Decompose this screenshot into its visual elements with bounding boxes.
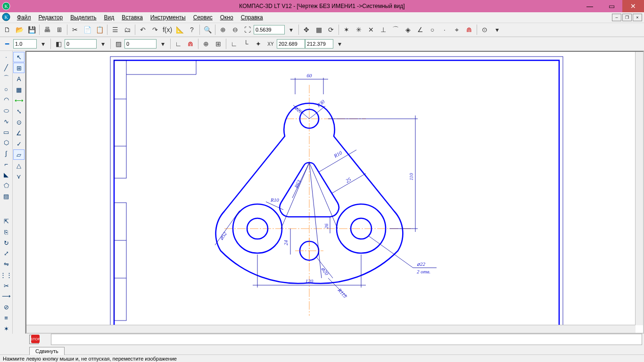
paste-button[interactable]: 📋	[93, 24, 106, 36]
snap-grid-button[interactable]: ⌖	[451, 24, 463, 36]
perp-mode-button[interactable]: └	[240, 38, 252, 50]
variables-button[interactable]: 📐	[173, 24, 186, 36]
cut-button[interactable]: ✂	[69, 24, 81, 36]
line-tool-icon[interactable]: ╱	[0, 63, 12, 73]
rotate-tool-icon[interactable]: ↻	[0, 238, 12, 248]
text-tool-icon[interactable]: A	[13, 74, 25, 84]
layers-button[interactable]: 🗂	[121, 24, 133, 36]
origin-button[interactable]: ⊕	[200, 38, 212, 50]
save-button[interactable]: 💾	[25, 24, 38, 36]
lw-dropdown-icon[interactable]: ▾	[37, 38, 49, 50]
roughness-icon[interactable]: ✓	[13, 139, 25, 149]
dim-align-icon[interactable]: ⤡	[13, 106, 25, 116]
table-tool-icon[interactable]: ▦	[13, 84, 25, 95]
coord-y-input[interactable]	[305, 39, 333, 49]
command-input[interactable]	[51, 334, 642, 345]
snap-near-button[interactable]: ◈	[402, 24, 414, 36]
break-tool-icon[interactable]: ⊘	[0, 302, 12, 313]
zoom-dropdown-icon[interactable]: ▾	[285, 24, 297, 36]
menu-help[interactable]: Справка	[237, 13, 267, 22]
menu-select[interactable]: Выделить	[66, 13, 100, 22]
snap-toggle-button[interactable]: ⊙	[479, 24, 491, 36]
snap-center-button[interactable]: ○	[426, 24, 438, 36]
explode-tool-icon[interactable]: ✶	[0, 323, 12, 334]
print-button[interactable]: 🖶	[41, 24, 53, 36]
horizontal-scrollbar[interactable]	[26, 325, 636, 333]
notes-tool-icon[interactable]: △	[13, 160, 25, 171]
offset-tool-icon[interactable]: ≡	[0, 313, 12, 323]
pan-button[interactable]: ✥	[300, 24, 313, 36]
ortho-button[interactable]: ∟	[172, 38, 184, 50]
dim-angle-icon[interactable]: ∠	[13, 128, 25, 138]
spline-tool-icon[interactable]: ∿	[0, 116, 12, 126]
bezier-tool-icon[interactable]: ∫	[0, 148, 12, 159]
zoom-in-button[interactable]: ⊕	[217, 24, 229, 36]
zoom-out-button[interactable]: ⊖	[229, 24, 241, 36]
layer-a-input[interactable]	[65, 39, 97, 49]
fillet-tool-icon[interactable]: ⌐	[0, 159, 12, 169]
snap-angle-button[interactable]: ∠	[414, 24, 426, 36]
extend-tool-icon[interactable]: ⟶	[0, 291, 12, 302]
redraw-button[interactable]: ⟳	[325, 24, 337, 36]
welds-tool-icon[interactable]: ⋎	[13, 171, 25, 181]
line-style-button[interactable]: ━	[1, 38, 13, 50]
vertical-scrollbar[interactable]	[635, 52, 643, 325]
layer-b-input[interactable]	[124, 39, 157, 49]
fit-page-button[interactable]: ▦	[313, 24, 325, 36]
line2-tool-icon[interactable]: ⌒	[0, 73, 12, 83]
zoom-window-button[interactable]: 🔍	[201, 24, 214, 36]
preview-button[interactable]: 🗏	[53, 24, 66, 36]
copy-button[interactable]: 📄	[81, 24, 93, 36]
command-tab-shift[interactable]: Сдвинуть	[29, 347, 65, 355]
coord-x-input[interactable]	[277, 39, 305, 49]
minimize-button[interactable]: —	[579, 0, 601, 12]
tolerance-icon[interactable]: ▱	[13, 149, 25, 160]
snap-magnet-button[interactable]: ⋒	[463, 24, 475, 36]
copy-tool-icon[interactable]: ⎘	[0, 227, 12, 238]
dim-radius-icon[interactable]: ⊙	[13, 117, 25, 127]
grid-snap-icon[interactable]: ⊞	[13, 63, 25, 73]
snap-end-button[interactable]: ✶	[340, 24, 353, 36]
cursor-tool-icon[interactable]: ↖	[13, 52, 25, 62]
magnet-button[interactable]: ⋒	[184, 38, 197, 50]
arc-tool-icon[interactable]: ◠	[0, 95, 12, 105]
rect-tool-icon[interactable]: ▭	[0, 127, 12, 137]
new-button[interactable]: 🗋	[1, 24, 13, 36]
undo-button[interactable]: ↶	[137, 24, 149, 36]
mirror-tool-icon[interactable]: ⇋	[0, 259, 12, 270]
mdi-restore-button[interactable]: ❐	[622, 14, 632, 21]
circle-tool-icon[interactable]: ○	[0, 84, 12, 94]
snap-dropdown-icon[interactable]: ▾	[491, 24, 503, 36]
zoom-value-input[interactable]	[254, 25, 285, 34]
angle-mode-button[interactable]: ∟	[228, 38, 240, 50]
redo-button[interactable]: ↷	[149, 24, 161, 36]
snap-perp-button[interactable]: ⊥	[377, 24, 389, 36]
layer-b-dropdown-icon[interactable]: ▾	[157, 38, 169, 50]
menu-tools[interactable]: Инструменты	[147, 13, 190, 22]
move-tool-icon[interactable]: ⇱	[0, 216, 12, 227]
snap-point-button[interactable]: ·	[438, 24, 451, 36]
properties-button[interactable]: ☰	[109, 24, 121, 36]
maximize-button[interactable]: ▭	[601, 0, 622, 12]
mdi-minimize-button[interactable]: –	[612, 14, 621, 21]
snap-tan-button[interactable]: ⌒	[389, 24, 402, 36]
mdi-close-button[interactable]: ×	[633, 14, 642, 21]
menu-window[interactable]: Окно	[216, 13, 237, 22]
ellipse-tool-icon[interactable]: ⬭	[0, 106, 12, 116]
polygon-tool-icon[interactable]: ⬠	[0, 181, 12, 191]
menu-view[interactable]: Вид	[100, 13, 118, 22]
open-button[interactable]: 📂	[13, 24, 25, 36]
layer-a-dropdown-icon[interactable]: ▾	[97, 38, 109, 50]
snap-cross-button[interactable]: ✕	[365, 24, 377, 36]
menu-file[interactable]: Файл	[13, 13, 35, 22]
help-icon[interactable]: ?	[186, 24, 198, 36]
array-tool-icon[interactable]: ⋮⋮	[0, 270, 12, 280]
point-tool-icon[interactable]: ·	[0, 52, 12, 62]
hatch-icon[interactable]: ▨	[112, 38, 124, 50]
snap-mid-button[interactable]: ✳	[353, 24, 365, 36]
polyline-tool-icon[interactable]: ⬡	[0, 138, 12, 148]
close-button[interactable]: ✕	[622, 0, 644, 12]
local-cs-button[interactable]: ✦	[252, 38, 264, 50]
menu-insert[interactable]: Вставка	[118, 13, 147, 22]
menu-service[interactable]: Сервис	[190, 13, 216, 22]
